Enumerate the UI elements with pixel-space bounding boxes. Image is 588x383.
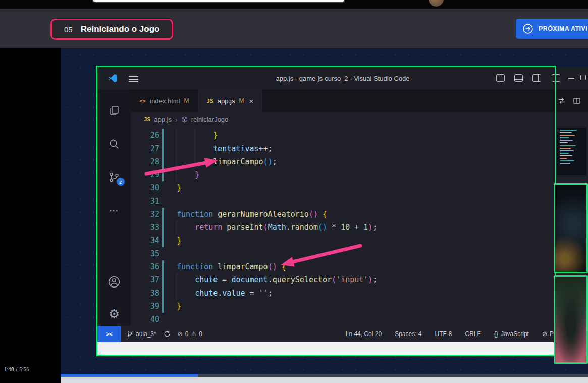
explorer-icon[interactable] (97, 105, 131, 117)
code-text: return parseInt(Math.random() * 10 + 1); (177, 221, 377, 234)
line-number: 40 (131, 313, 159, 326)
code-text: } (177, 129, 218, 142)
code-line[interactable]: 31 (131, 195, 588, 208)
line-number: 39 (131, 300, 159, 313)
source-control-badge: 2 (117, 178, 125, 186)
code-line[interactable]: 28 limparCampo(); (131, 155, 588, 168)
code-line[interactable]: 26 } (131, 129, 588, 142)
breadcrumb[interactable]: JS app.js › reiniciarJogo (131, 112, 588, 127)
player-progress-bar[interactable] (61, 374, 588, 377)
code-line[interactable]: 30} (131, 181, 588, 195)
code-line[interactable]: 40 (131, 313, 588, 326)
indent-guide (177, 129, 177, 142)
gutter-modified-indicator (162, 300, 164, 313)
gutter-modified-indicator (162, 286, 164, 300)
maximize-icon[interactable] (580, 75, 586, 80)
vscode-titlebar[interactable]: app.js - game-js-curso_2 - Visual Studio… (97, 67, 588, 89)
close-tab-icon[interactable]: × (249, 97, 253, 105)
line-number: 29 (131, 168, 159, 181)
minimize-icon[interactable] (568, 78, 574, 79)
indent-guide (177, 142, 177, 155)
code-line[interactable]: 29 } (131, 168, 588, 181)
code-text: chute = document.querySelector('input'); (177, 273, 377, 286)
lesson-badge[interactable]: 05 Reiniciando o Jogo (50, 19, 173, 40)
encoding[interactable]: UTF-8 (435, 330, 452, 338)
page-bottom-strip (61, 377, 588, 383)
warnings-icon: ⚠ (191, 330, 196, 338)
code-line[interactable]: 38 chute.value = ''; (131, 286, 588, 300)
tab-label: app.js (218, 97, 235, 105)
code-line[interactable]: 35 (131, 247, 588, 260)
browser-search-bar[interactable] (92, 0, 345, 3)
indent-guide (195, 155, 195, 168)
chevron-right-icon: › (175, 116, 178, 124)
customize-layout-icon[interactable] (552, 74, 560, 82)
tab-bar: <> index.html M JS app.js M × (97, 89, 588, 112)
webcam-thumbnail-2[interactable] (554, 275, 588, 364)
code-line[interactable]: 33 return parseInt(Math.random() * 10 + … (131, 221, 588, 234)
account-icon[interactable] (97, 275, 131, 289)
split-editor-icon[interactable] (573, 97, 581, 105)
branch-item[interactable]: aula_3* (127, 330, 156, 338)
code-text: } (177, 234, 181, 247)
status-bar: >< aula_3* ⊘ 0 ⚠ 0 (97, 326, 588, 342)
next-activity-button[interactable]: PRÓXIMA ATIVI (516, 19, 588, 39)
settings-gear-icon[interactable]: ⚙ (97, 308, 131, 320)
code-line[interactable]: 36function limparCampo() { (131, 260, 588, 273)
compare-changes-icon[interactable] (558, 97, 566, 105)
language-mode[interactable]: {} JavaScript (494, 330, 529, 338)
language-label: JavaScript (501, 330, 529, 338)
source-control-icon[interactable]: 2 (97, 171, 131, 183)
port-icon: ⊘ (542, 330, 547, 338)
code-text: tentativas++; (177, 142, 273, 155)
symbol-icon (181, 116, 188, 123)
avatar[interactable] (429, 0, 444, 7)
tab-index-html[interactable]: <> index.html M (131, 89, 198, 112)
browser-top-strip (0, 0, 588, 9)
mini-code-thumbnail (557, 128, 586, 175)
next-activity-label: PRÓXIMA ATIVI (539, 25, 587, 32)
code-text: limparCampo(); (177, 155, 277, 168)
gutter-modified-indicator (162, 313, 164, 326)
webcam-thumbnail-1[interactable] (554, 183, 588, 273)
breadcrumb-symbol[interactable]: reiniciarJogo (191, 116, 229, 123)
problems-item[interactable]: ⊘ 0 ⚠ 0 (178, 330, 202, 338)
code-editor[interactable]: 26 }27 tentativas++;28 limparCampo();29 … (131, 127, 588, 326)
search-icon[interactable] (97, 138, 131, 150)
eol-sequence[interactable]: CRLF (465, 330, 481, 338)
code-lines: 26 }27 tentativas++;28 limparCampo();29 … (131, 129, 588, 326)
indent-guide (195, 129, 195, 142)
code-line[interactable]: 39} (131, 300, 588, 313)
code-text: function gerarNumeroAleatorio() { (177, 208, 327, 221)
activity-bar: 2 ⋯ ⚙ (97, 89, 131, 326)
toggle-secondary-sidebar-icon[interactable] (532, 74, 541, 82)
indentation[interactable]: Spaces: 4 (395, 330, 421, 338)
code-line[interactable]: 34} (131, 234, 588, 247)
toggle-panel-icon[interactable] (514, 74, 523, 82)
tab-app-js[interactable]: JS app.js M × (198, 89, 263, 112)
toggle-sidebar-icon[interactable] (496, 74, 505, 82)
breadcrumb-file[interactable]: app.js (154, 116, 172, 123)
line-number: 28 (131, 155, 159, 168)
gutter-modified-indicator (162, 142, 164, 155)
more-views-icon[interactable]: ⋯ (97, 205, 131, 216)
code-line[interactable]: 32function gerarNumeroAleatorio() { (131, 208, 588, 221)
menu-icon[interactable] (129, 75, 138, 84)
remote-indicator[interactable]: >< (97, 326, 121, 342)
gutter-modified-indicator (162, 260, 164, 273)
code-text: function limparCampo() { (177, 260, 286, 273)
arrow-circle-icon (522, 23, 533, 34)
js-file-icon: JS (207, 98, 213, 104)
line-number: 34 (131, 234, 159, 247)
code-line[interactable]: 37 chute = document.querySelector('input… (131, 273, 588, 286)
indent-guide (177, 273, 177, 286)
indent-guide (177, 155, 177, 168)
vscode-window: app.js - game-js-curso_2 - Visual Studio… (97, 67, 588, 355)
cursor-position[interactable]: Ln 44, Col 20 (346, 330, 382, 338)
line-number: 26 (131, 129, 159, 142)
sync-changes-icon[interactable] (164, 330, 171, 338)
gutter-modified-indicator (162, 181, 164, 195)
line-number: 30 (131, 181, 159, 195)
code-line[interactable]: 27 tentativas++; (131, 142, 588, 155)
time-total: 5:56 (19, 367, 29, 372)
